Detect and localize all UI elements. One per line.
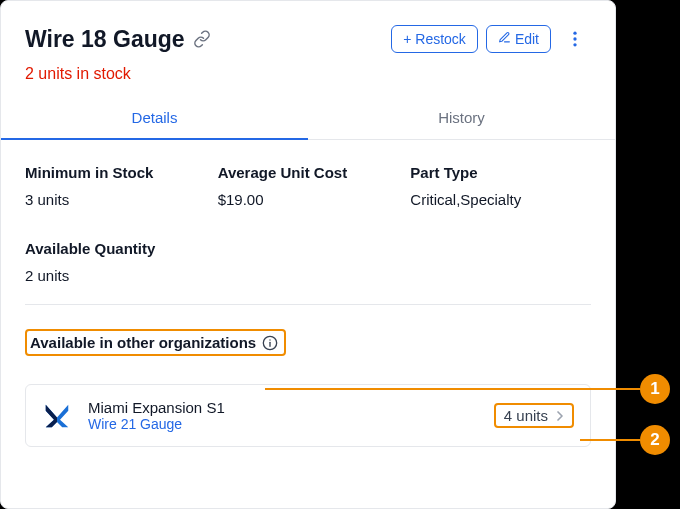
title-wrap: Wire 18 Gauge bbox=[25, 26, 211, 53]
field-avail-qty: Available Quantity 2 units bbox=[25, 240, 591, 284]
part-title: Wire 18 Gauge bbox=[25, 26, 185, 53]
part-detail-panel: Wire 18 Gauge + Restock Edit 2 units in … bbox=[0, 0, 616, 509]
link-icon[interactable] bbox=[193, 30, 211, 48]
fields-row-1: Minimum in Stock 3 units Average Unit Co… bbox=[1, 140, 615, 212]
field-min-stock: Minimum in Stock 3 units bbox=[25, 164, 206, 208]
chevron-right-icon bbox=[552, 408, 568, 424]
panel-header: Wire 18 Gauge + Restock Edit bbox=[1, 1, 615, 61]
svg-point-0 bbox=[573, 32, 576, 35]
stock-row: 2 units in stock bbox=[1, 61, 615, 97]
avail-qty-value: 2 units bbox=[25, 267, 591, 284]
tab-details[interactable]: Details bbox=[1, 97, 308, 140]
org-card: Miami Expansion S1 Wire 21 Gauge 4 units bbox=[25, 384, 591, 447]
pencil-icon bbox=[498, 31, 511, 47]
edit-button[interactable]: Edit bbox=[486, 25, 551, 53]
org-part-link[interactable]: Wire 21 Gauge bbox=[88, 416, 478, 432]
stock-text: 2 units in stock bbox=[25, 65, 131, 82]
restock-button[interactable]: + Restock bbox=[391, 25, 478, 53]
callout-badge-1: 1 bbox=[640, 374, 670, 404]
callout-leader-2 bbox=[580, 439, 640, 441]
part-type-label: Part Type bbox=[410, 164, 591, 181]
org-units-button[interactable]: 4 units bbox=[494, 403, 574, 428]
avg-cost-value: $19.00 bbox=[218, 191, 399, 208]
other-orgs-heading-wrap: Available in other organizations bbox=[25, 329, 286, 356]
org-name: Miami Expansion S1 bbox=[88, 399, 478, 416]
avail-qty-label: Available Quantity bbox=[25, 240, 591, 257]
org-units-text: 4 units bbox=[504, 407, 548, 424]
other-orgs-heading: Available in other organizations bbox=[30, 334, 256, 351]
restock-label: + Restock bbox=[403, 31, 466, 47]
min-stock-label: Minimum in Stock bbox=[25, 164, 206, 181]
tabs: Details History bbox=[1, 97, 615, 140]
kebab-menu-icon[interactable] bbox=[559, 25, 591, 53]
edit-label: Edit bbox=[515, 31, 539, 47]
org-text: Miami Expansion S1 Wire 21 Gauge bbox=[88, 399, 478, 432]
field-part-type: Part Type Critical,Specialty bbox=[410, 164, 591, 208]
fields-row-2: Available Quantity 2 units bbox=[1, 212, 615, 304]
org-logo-icon bbox=[42, 401, 72, 431]
info-icon[interactable] bbox=[262, 335, 278, 351]
other-orgs-section: Available in other organizations bbox=[1, 305, 615, 366]
svg-point-1 bbox=[573, 37, 576, 40]
callout-leader-1 bbox=[265, 388, 640, 390]
part-type-value: Critical,Specialty bbox=[410, 191, 591, 208]
avg-cost-label: Average Unit Cost bbox=[218, 164, 399, 181]
header-actions: + Restock Edit bbox=[391, 25, 591, 53]
svg-point-2 bbox=[573, 43, 576, 46]
min-stock-value: 3 units bbox=[25, 191, 206, 208]
tab-history[interactable]: History bbox=[308, 97, 615, 139]
field-avg-cost: Average Unit Cost $19.00 bbox=[218, 164, 399, 208]
svg-point-5 bbox=[269, 339, 270, 340]
callout-badge-2: 2 bbox=[640, 425, 670, 455]
